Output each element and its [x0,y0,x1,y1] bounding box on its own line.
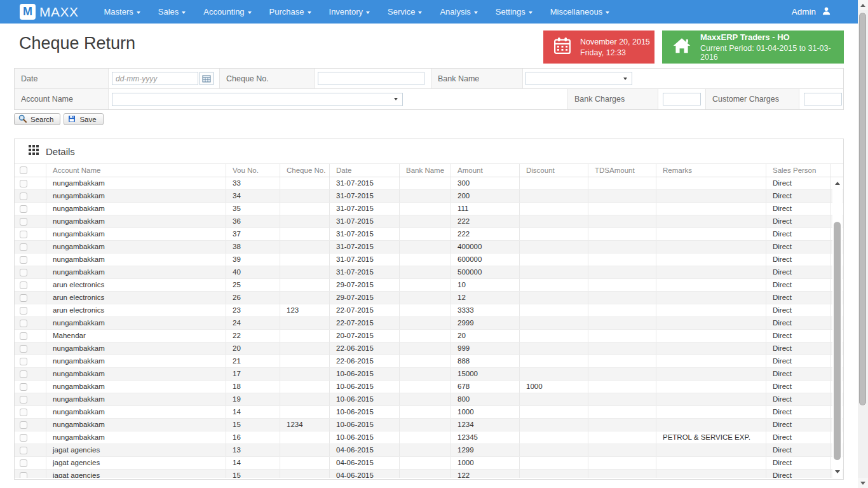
row-checkbox[interactable] [20,358,27,365]
table-row[interactable]: nungambakkam1910-06-2015800Direct [15,393,843,406]
cell-discount [520,279,588,291]
maxx-logo[interactable]: M MAXX [20,4,79,20]
cell-sales-person: Direct [766,330,831,342]
table-row[interactable]: Mahendar2220-07-201520Direct [15,330,843,342]
row-checkbox[interactable] [20,472,27,478]
cell-account-name: nungambakkam [46,228,226,240]
row-checkbox[interactable] [20,459,27,467]
row-checkbox[interactable] [20,447,27,454]
bank-name-select[interactable] [526,72,632,85]
row-checkbox[interactable] [20,370,27,378]
column-header-cheque-no[interactable]: Cheque No. [280,164,330,177]
nav-item-analysis[interactable]: Analysis [431,0,486,24]
row-checkbox[interactable] [20,434,27,442]
row-checkbox-cell [15,355,46,367]
table-row[interactable]: nungambakkam3331-07-2015300Direct [15,177,843,190]
column-header-vou-no[interactable]: Vou No. [226,164,280,177]
page-scrollbar [858,0,868,488]
column-header-account-name[interactable]: Account Name [46,164,226,177]
search-button[interactable]: Search [14,113,60,125]
nav-item-service[interactable]: Service [379,0,431,24]
cell-remarks [656,304,766,316]
select-all-checkbox[interactable] [20,166,27,174]
table-row[interactable]: nungambakkam3531-07-2015111Direct [15,203,843,215]
nav-item-sales[interactable]: Sales [149,0,195,24]
table-row[interactable]: nungambakkam3831-07-2015400000Direct [15,241,843,254]
table-row[interactable]: nungambakkam1610-06-201512345PETROL & SE… [15,431,843,444]
user-menu[interactable]: Admin [792,6,831,18]
customer-charges-input[interactable] [804,93,842,105]
nav-item-inventory[interactable]: Inventory [320,0,379,24]
row-checkbox[interactable] [20,193,27,200]
table-row[interactable]: nungambakkam3931-07-2015600000Direct [15,254,843,266]
user-icon [822,6,831,18]
row-checkbox[interactable] [20,396,27,403]
row-checkbox[interactable] [20,421,27,429]
table-row[interactable]: nungambakkam2022-06-2015999Direct [15,342,843,355]
nav-item-miscellaneous[interactable]: Miscellaneous [541,0,618,24]
date-input[interactable] [112,72,198,85]
table-row[interactable]: nungambakkam3731-07-2015222Direct [15,228,843,241]
row-checkbox[interactable] [20,269,27,276]
table-row[interactable]: nungambakkam3631-07-2015222Direct [15,215,843,228]
table-row[interactable]: jagat agencies1404-06-20151000Direct [15,457,843,470]
page-scrollbar-thumb[interactable] [859,13,866,405]
scroll-down-icon[interactable] [835,470,840,473]
column-header-discount[interactable]: Discount [520,164,588,177]
table-row[interactable]: nungambakkam15123410-06-20151234Direct [15,419,843,431]
nav-item-label: Accounting [203,7,244,17]
scroll-up-icon[interactable] [835,182,840,185]
row-checkbox[interactable] [20,231,27,238]
cell-date: 31-07-2015 [330,241,400,253]
nav-item-masters[interactable]: Masters [95,0,149,24]
nav-item-settings[interactable]: Settings [487,0,541,24]
row-checkbox[interactable] [20,281,27,289]
cell-tds-amount [588,419,656,431]
table-row[interactable]: nungambakkam3431-07-2015200Direct [15,190,843,203]
column-header-amount[interactable]: Amount [451,164,520,177]
row-checkbox[interactable] [20,383,27,391]
table-row[interactable]: nungambakkam1810-06-20156781000Direct [15,381,843,393]
row-checkbox[interactable] [20,218,27,226]
table-row[interactable]: nungambakkam2122-06-2015888Direct [15,355,843,368]
row-checkbox[interactable] [20,180,27,187]
table-row[interactable]: nungambakkam2422-07-20152999Direct [15,317,843,330]
column-header-date[interactable]: Date [330,164,400,177]
save-button[interactable]: Save [64,113,103,125]
nav-item-accounting[interactable]: Accounting [194,0,260,24]
page-scroll-up[interactable] [858,0,868,10]
row-checkbox[interactable] [20,294,27,302]
table-row[interactable]: arun electronics2629-07-201512Direct [15,292,843,304]
nav-item-purchase[interactable]: Purchase [261,0,320,24]
cell-remarks [656,254,766,266]
table-row[interactable]: nungambakkam4031-07-2015500000Direct [15,266,843,279]
table-row[interactable]: arun electronics2529-07-201510Direct [15,279,843,292]
row-checkbox[interactable] [20,243,27,251]
row-checkbox[interactable] [20,409,27,416]
cell-amount: 15000 [451,368,520,380]
column-header-bank-name[interactable]: Bank Name [400,164,451,177]
table-row[interactable]: jagat agencies1304-06-20151299Direct [15,444,843,457]
row-checkbox[interactable] [20,307,27,315]
cell-amount: 678 [451,381,520,393]
column-header-tds-amount[interactable]: TDSAmount [588,164,656,177]
cell-account-name: nungambakkam [46,342,226,355]
cheque-no-input[interactable] [318,72,424,85]
bank-charges-input[interactable] [663,93,701,105]
row-checkbox[interactable] [20,205,27,213]
account-name-select[interactable] [112,93,403,106]
row-checkbox[interactable] [20,345,27,353]
row-checkbox[interactable] [20,332,27,340]
table-row[interactable]: nungambakkam1410-06-20151000Direct [15,406,843,419]
table-row[interactable]: jagat agencies1504-06-2015122Direct [15,470,843,478]
date-picker-button[interactable] [200,72,214,85]
column-header-remarks[interactable]: Remarks [656,164,766,177]
grid-scrollbar-thumb[interactable] [834,222,841,460]
column-header-sales-person[interactable]: Sales Person [766,164,831,177]
page-scroll-down[interactable] [858,478,868,488]
row-checkbox[interactable] [20,256,27,264]
row-checkbox[interactable] [20,320,27,327]
table-row[interactable]: arun electronics2312322-07-20153333Direc… [15,304,843,317]
row-checkbox-cell [15,266,46,278]
table-row[interactable]: nungambakkam1710-06-201515000Direct [15,368,843,381]
